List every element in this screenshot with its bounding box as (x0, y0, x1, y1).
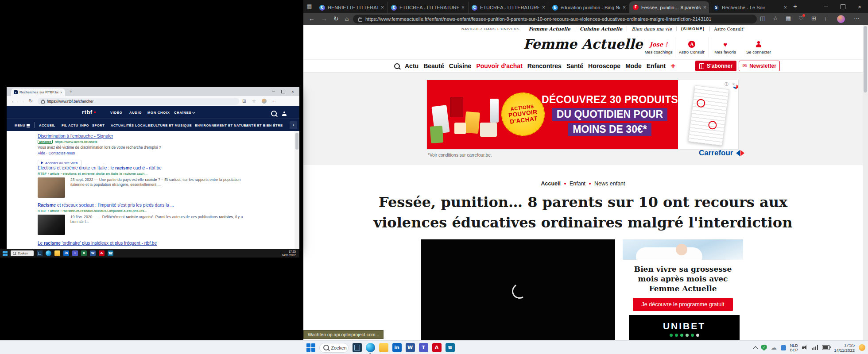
notification-orange-icon[interactable] (859, 344, 865, 351)
nav-item-sante[interactable]: Santé (566, 62, 583, 69)
taskbar-clock[interactable]: 17:25 14/11/2022 (834, 342, 855, 353)
tab-actions-icon[interactable]: ▦ (307, 3, 312, 9)
minimize-button[interactable] (268, 87, 278, 96)
profile-avatar[interactable] (837, 15, 845, 23)
subnav-info[interactable]: INFO (80, 123, 89, 127)
nav-item-pouvoir-dachat[interactable]: Pouvoir d'achat (476, 62, 522, 69)
edge-icon[interactable] (366, 343, 375, 352)
tray-app-icon[interactable] (781, 345, 786, 350)
excel-icon[interactable]: X (81, 250, 87, 256)
carrefour-ad-banner[interactable]: ACTIONS POUVOIR D'ACHAT DÉCOUVREZ 30 PRO… (427, 80, 738, 149)
nav-item-mode[interactable]: Mode (625, 62, 642, 69)
subnav-sante[interactable]: SANTÉ ET BIEN-ÊTRE (244, 123, 283, 127)
astro-consult-link[interactable]: A Astro Consult' (675, 37, 708, 58)
word-icon[interactable]: W (406, 343, 415, 352)
rtbf-tab[interactable]: r Recherchez sur RTBF.be × (11, 88, 65, 96)
menu-chaines[interactable]: CHAÎNES (174, 111, 195, 115)
nav-item-cuisine[interactable]: Cuisine (449, 62, 472, 69)
subnav-culture-musique[interactable]: CULTURE ET MUSIQUE (151, 123, 192, 127)
ad-choices-icon[interactable]: ⓘ (724, 81, 729, 87)
nav-item-horoscope[interactable]: Horoscope (588, 62, 620, 69)
universe-bien-dans-ma-vie[interactable]: Bien dans ma vie (627, 26, 672, 31)
tab-femmeactuelle-active[interactable]: F Fessée, punitio… 8 parents sur 10 o × (629, 1, 709, 13)
word-icon[interactable]: W (90, 250, 96, 256)
teams-icon[interactable]: T (419, 343, 428, 352)
result-title-link[interactable]: Racisme et réseaux sociaux : l'impunité … (38, 203, 250, 208)
nav-item-actu[interactable]: Actu (405, 62, 418, 69)
page-scrollbar[interactable] (294, 131, 299, 249)
login-link[interactable]: Se connecter (742, 37, 775, 58)
subnav-menu-button[interactable]: MENU (15, 123, 30, 127)
acrobat-icon[interactable]: A (432, 343, 442, 352)
tab-close-icon[interactable]: × (623, 5, 626, 10)
settings-menu-icon[interactable]: ⋯ (271, 99, 276, 104)
vm-search-box[interactable]: Zoeken (11, 250, 34, 256)
back-icon[interactable]: ← (11, 98, 16, 104)
vm-clock[interactable]: 17:25 14/11/2022 (282, 250, 297, 257)
unibet-ad[interactable]: UNIBET (629, 315, 740, 340)
phone-link-icon[interactable]: ☎ (446, 343, 455, 352)
nav-item-rencontres[interactable]: Rencontres (527, 62, 562, 69)
tab-henriette-litterature[interactable]: C HENRIETTE LITTERATURE - Canv × (316, 2, 387, 13)
maximize-button[interactable] (834, 0, 851, 13)
network-icon[interactable] (812, 345, 818, 350)
promo-cta-button[interactable]: Je découvre le programme gratuit (633, 298, 733, 311)
tab-etucrea-1[interactable]: C ETUCREA - LITTERATURE - LE SI × (388, 2, 467, 13)
browser-essentials-icon[interactable]: ♡ (798, 15, 804, 22)
subnav-accueil[interactable]: ACCUEIL (39, 123, 55, 127)
extensions-icon[interactable]: ⊞ (242, 99, 246, 104)
remote-desktop-icon[interactable] (353, 343, 362, 352)
universe-femme-actuelle[interactable]: Femme Actuelle (524, 26, 570, 31)
breadcrumb-enfant[interactable]: Enfant (570, 181, 585, 187)
account-icon[interactable] (282, 110, 287, 118)
refresh-icon[interactable]: ↻ (29, 98, 33, 104)
file-explorer-icon[interactable] (54, 250, 60, 256)
result-title-link[interactable]: Le racisme 'ordinaire' plus insidieux et… (38, 241, 250, 246)
scrollbar-thumb[interactable] (295, 133, 298, 150)
close-button[interactable]: × (288, 87, 298, 96)
new-tab-button[interactable]: + (70, 89, 72, 94)
settings-menu-icon[interactable]: ⋯ (854, 15, 860, 22)
search-icon[interactable] (271, 110, 277, 118)
taskbar-search-box[interactable]: Zoeken (319, 343, 349, 353)
newsletter-button[interactable]: ✉ Newsletter (739, 61, 780, 71)
back-icon[interactable]: ← (309, 15, 315, 22)
coachings-link[interactable]: Jose ! Mes coachings (642, 37, 675, 58)
ad-close-icon[interactable]: × (731, 81, 736, 87)
address-bar[interactable]: https://www.femmeactuelle.fr/enfant/news… (353, 15, 757, 23)
search-icon[interactable] (394, 63, 400, 69)
new-tab-button[interactable]: + (793, 2, 797, 10)
photos-icon[interactable] (37, 250, 43, 256)
security-shield-icon[interactable]: ✓ (761, 345, 767, 351)
page-scrollbar[interactable] (863, 25, 868, 340)
tab-le-soir[interactable]: S Recherche - Le Soir × (710, 2, 790, 13)
tab-close-icon[interactable]: × (381, 5, 384, 10)
site-logo[interactable]: Femme Actuelle (303, 36, 863, 52)
collections-icon[interactable]: ▦ (786, 15, 791, 22)
maximize-button[interactable] (278, 87, 288, 96)
scrollbar-thumb[interactable] (864, 26, 867, 92)
result-thumbnail[interactable] (38, 177, 65, 198)
result-thumbnail[interactable] (38, 215, 65, 235)
tab-etucrea-2[interactable]: C ETUCREA - LITTERATURE - LE SI × (468, 2, 548, 13)
close-button[interactable]: × (851, 0, 868, 13)
favorites-link[interactable]: ♥ Mes favoris (709, 37, 742, 58)
result-title-link[interactable]: Elections et extrême droite en Italie : … (38, 165, 250, 170)
menu-video[interactable]: VIDÉO (110, 111, 122, 115)
edge-icon[interactable] (46, 250, 51, 256)
teams-icon[interactable]: T (72, 250, 78, 256)
universe-astro-consult[interactable]: Astro Consult' (709, 27, 744, 31)
subnav-next-arrow[interactable]: › (290, 121, 297, 129)
subnav-sport[interactable]: SPORT (92, 123, 105, 127)
acrobat-icon[interactable]: A (99, 250, 105, 256)
tab-close-icon[interactable]: × (542, 5, 545, 10)
tab-close-icon[interactable]: × (784, 5, 787, 10)
nav-item-beaute[interactable]: Beauté (423, 62, 444, 69)
linkedin-icon[interactable]: in (63, 250, 69, 256)
tab-close-icon[interactable]: × (703, 5, 706, 10)
nav-plus-button[interactable]: + (670, 61, 675, 71)
onedrive-icon[interactable]: ☁ (771, 345, 777, 350)
subnav-environnement[interactable]: ENVIRONNEMENT ET NATURE (195, 123, 249, 127)
subnav-actualites-locales[interactable]: ACTUALITÉS LOCALES (111, 123, 152, 127)
rtbf-logo[interactable]: rtbf (82, 109, 96, 115)
